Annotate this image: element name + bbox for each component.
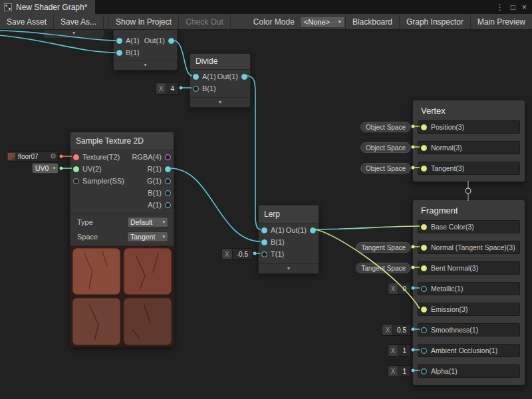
- input-port-sampler[interactable]: [73, 178, 79, 184]
- port-label: A(1): [126, 37, 140, 45]
- input-port-ambient-occlusion[interactable]: [421, 348, 427, 354]
- document-tab[interactable]: New Shader Graph*: [0, 0, 95, 14]
- input-port-bent-normal[interactable]: [421, 265, 427, 271]
- close-icon[interactable]: ×: [522, 3, 527, 12]
- port-row-b: B(1): [148, 187, 171, 199]
- divide-b-value-field[interactable]: X 4: [156, 82, 179, 94]
- input-port-metallic[interactable]: [421, 286, 427, 292]
- maximize-icon[interactable]: □: [511, 3, 515, 12]
- output-port-g[interactable]: [165, 178, 171, 184]
- input-port-smoothness[interactable]: [421, 327, 427, 333]
- input-port-emission[interactable]: [421, 307, 427, 313]
- input-port-position[interactable]: [421, 124, 427, 130]
- output-port[interactable]: [168, 38, 174, 44]
- port-row-g: G(1): [147, 175, 171, 187]
- input-port-a[interactable]: [193, 74, 199, 80]
- fragment-row-base-color[interactable]: Base Color(3): [418, 220, 520, 233]
- node-collapse-chevron[interactable]: ▾: [114, 60, 177, 70]
- input-port-a[interactable]: [261, 227, 267, 233]
- input-port-texture[interactable]: [73, 154, 79, 160]
- input-port-alpha[interactable]: [421, 368, 427, 374]
- fragment-row-emission[interactable]: Emission(3): [418, 303, 520, 316]
- vertex-row-tangent[interactable]: Tangent(3): [418, 162, 520, 175]
- vertex-row-normal[interactable]: Normal(3): [418, 141, 520, 154]
- field-value[interactable]: 4: [166, 85, 178, 92]
- input-port-tangent[interactable]: [421, 166, 427, 172]
- space-dropdown[interactable]: Tangent ▾: [127, 231, 168, 242]
- type-setting-row: Type Default ▾: [70, 216, 174, 228]
- color-mode-value: <None>: [304, 18, 330, 26]
- node-divider: [70, 213, 174, 214]
- ambient-occlusion-value-field[interactable]: X 1: [388, 344, 411, 356]
- setting-label: Space: [77, 233, 98, 241]
- field-value[interactable]: -0.5: [233, 251, 252, 258]
- vertex-row-position[interactable]: Position(3): [418, 120, 520, 134]
- input-port-b[interactable]: [261, 239, 267, 245]
- title-bar: New Shader Graph* ⋮ □ ×: [0, 0, 532, 14]
- input-port-uv[interactable]: [73, 166, 79, 172]
- position-space-pill[interactable]: Object Space: [360, 122, 411, 132]
- input-port-t[interactable]: [261, 251, 267, 257]
- object-picker-icon[interactable]: ⊙: [51, 153, 56, 160]
- main-preview-toggle-button[interactable]: Main Preview: [470, 15, 532, 29]
- lerp-node[interactable]: Lerp A(1) Out(1) B(1) T(1) ▾: [258, 205, 319, 274]
- field-value[interactable]: 1: [398, 347, 410, 354]
- graph-inspector-toggle-button[interactable]: Graph Inspector: [399, 15, 470, 29]
- menu-icon[interactable]: ⋮: [496, 3, 504, 12]
- port-label: Sampler(SS): [82, 177, 124, 185]
- input-port-a[interactable]: [116, 38, 122, 44]
- input-port-b[interactable]: [193, 86, 199, 92]
- fragment-row-smoothness[interactable]: Smoothness(1): [418, 323, 520, 336]
- bent-normal-space-pill[interactable]: Tangent Space: [356, 263, 411, 273]
- metallic-value-field[interactable]: X 0: [388, 283, 411, 295]
- uv-channel-dropdown[interactable]: UV0 ▾: [32, 163, 59, 174]
- sample-texture-2d-node[interactable]: Sample Texture 2D Texture(T2) UV(2) Samp…: [70, 132, 174, 347]
- alpha-value-field[interactable]: X 1: [388, 365, 411, 377]
- node-title[interactable]: Sample Texture 2D: [70, 132, 174, 150]
- fragment-row-normal-ts[interactable]: Normal (Tangent Space)(3): [418, 241, 520, 254]
- type-dropdown[interactable]: Default ▾: [127, 217, 168, 227]
- input-port-normal[interactable]: [421, 145, 427, 151]
- field-value[interactable]: 0: [398, 285, 410, 293]
- blackboard-toggle-button[interactable]: Blackboard: [345, 15, 399, 29]
- field-value[interactable]: 0.5: [393, 327, 410, 334]
- node-title[interactable]: Divide: [190, 54, 250, 70]
- context-title: Fragment: [413, 200, 525, 215]
- show-in-project-button[interactable]: Show In Project: [108, 15, 179, 29]
- input-port-base-color[interactable]: [421, 224, 427, 230]
- port-row-rgba: RGBA(4): [132, 151, 171, 163]
- port-label: UV(2): [82, 165, 102, 173]
- save-asset-button[interactable]: Save Asset: [0, 15, 54, 29]
- fragment-context-block[interactable]: Fragment Base Color(3) Normal (Tangent S…: [412, 200, 525, 386]
- normal-space-pill[interactable]: Object Space: [360, 142, 411, 153]
- node-collapse-chevron[interactable]: ▾: [259, 263, 319, 273]
- node-title[interactable]: Lerp: [259, 205, 319, 223]
- output-port-r[interactable]: [165, 166, 171, 172]
- lerp-t-value-field[interactable]: X -0.5: [221, 248, 253, 260]
- divide-node[interactable]: Divide A(1) Out(1) B(1) ▾: [190, 53, 251, 108]
- output-port-rgba[interactable]: [165, 154, 171, 160]
- port-label: G(1): [147, 177, 162, 185]
- smoothness-value-field[interactable]: X 0.5: [382, 324, 411, 336]
- field-value[interactable]: 1: [398, 368, 410, 375]
- save-as-button[interactable]: Save As...: [54, 15, 104, 29]
- output-port[interactable]: [241, 74, 247, 80]
- fragment-row-metallic[interactable]: Metallic(1): [418, 282, 520, 295]
- vertex-context-block[interactable]: Vertex Position(3) Normal(3) Tangent(3): [412, 100, 525, 182]
- texture-object-field[interactable]: floor07 ⊙: [5, 151, 59, 162]
- collapsed-node-preview-bar[interactable]: ▾: [43, 29, 104, 39]
- output-port-a[interactable]: [165, 202, 171, 208]
- output-port-b[interactable]: [165, 190, 171, 196]
- tangent-space-pill[interactable]: Object Space: [360, 163, 411, 174]
- field-axis-label: X: [388, 345, 399, 356]
- node-collapse-chevron[interactable]: ▾: [190, 97, 250, 107]
- fragment-row-bent-normal[interactable]: Bent Normal(3): [418, 261, 520, 275]
- math-node-partial[interactable]: A(1) B(1) Out(1) ▾: [113, 29, 178, 70]
- fragment-row-ambient-occlusion[interactable]: Ambient Occlusion(1): [418, 344, 520, 357]
- color-mode-dropdown[interactable]: <None> ▾: [300, 16, 345, 28]
- input-port-normal-ts[interactable]: [421, 245, 427, 251]
- fragment-row-alpha[interactable]: Alpha(1): [418, 364, 520, 378]
- input-port-b[interactable]: [116, 50, 122, 56]
- normal-ts-space-pill[interactable]: Tangent Space: [356, 242, 411, 253]
- output-port[interactable]: [310, 227, 316, 233]
